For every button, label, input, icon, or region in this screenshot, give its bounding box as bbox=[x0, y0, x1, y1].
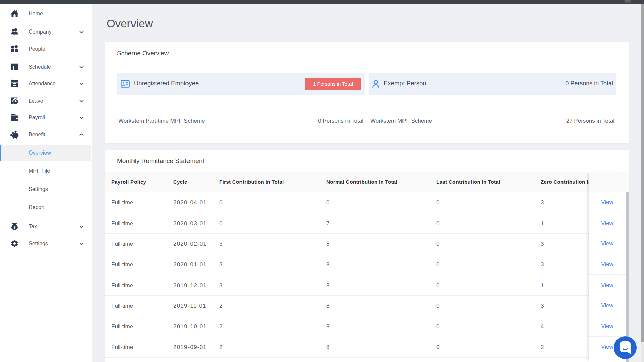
svg-text:$: $ bbox=[14, 225, 16, 229]
